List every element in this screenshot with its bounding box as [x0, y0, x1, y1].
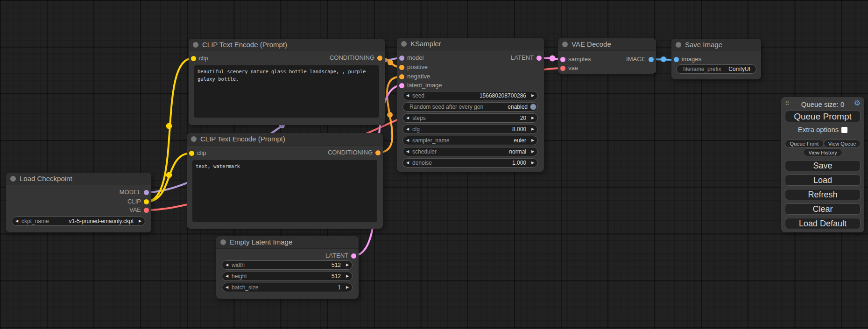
node-titlebar[interactable]: Empty Latent Image — [216, 236, 359, 249]
output-slot-conditioning: CONDITIONING — [330, 54, 385, 62]
clip-slot-dot[interactable] — [144, 199, 149, 204]
conditioning-slot-dot[interactable] — [375, 150, 381, 155]
decrement-arrow-icon[interactable]: ◀ — [403, 136, 412, 145]
node-title: CLIP Text Encode (Prompt) — [202, 41, 287, 49]
slot-label: positive — [407, 63, 428, 70]
filename-prefix-widget[interactable]: filename_prefix ComfyUI — [676, 64, 756, 74]
ckpt-name-widget[interactable]: ◀ ckpt_name v1-5-pruned-emaonly.ckpt ▶ — [12, 217, 145, 226]
slot-label: latent_image — [407, 82, 442, 89]
collapse-dot-icon[interactable] — [220, 239, 226, 245]
link-dot — [550, 56, 556, 62]
increment-arrow-icon[interactable]: ▶ — [343, 283, 352, 292]
increment-arrow-icon[interactable]: ▶ — [528, 125, 537, 133]
positive-prompt-textarea[interactable]: beautiful scenery nature glass bottle la… — [194, 65, 379, 118]
widget-label: steps — [412, 114, 426, 122]
save-button[interactable]: Save — [785, 160, 861, 171]
widget-value: 156680208700286 — [424, 91, 528, 100]
node-titlebar[interactable]: Save Image — [671, 39, 761, 51]
latent-slot-dot[interactable] — [536, 56, 542, 61]
queue-prompt-button[interactable]: Queue Prompt — [785, 111, 861, 122]
widget-label: ckpt_name — [21, 217, 49, 225]
settings-gear-icon[interactable]: ⚙ — [854, 99, 861, 107]
sampler-name-widget[interactable]: ◀ sampler_name euler ▶ — [402, 136, 538, 145]
vae-slot-dot[interactable] — [560, 66, 565, 71]
node-titlebar[interactable]: CLIP Text Encode (Prompt) — [187, 133, 383, 146]
cfg-widget[interactable]: ◀ cfg 8.000 ▶ — [402, 125, 538, 134]
latent-slot-dot[interactable] — [351, 253, 356, 259]
view-queue-button[interactable]: View Queue — [824, 140, 861, 147]
decrement-arrow-icon[interactable]: ◀ — [403, 114, 412, 122]
refresh-button[interactable]: Refresh — [785, 189, 861, 200]
decrement-arrow-icon[interactable]: ◀ — [403, 147, 412, 156]
latent-slot-dot[interactable] — [560, 57, 565, 62]
collapse-dot-icon[interactable] — [193, 42, 198, 48]
width-widget[interactable]: ◀ width 512 ▶ — [222, 260, 353, 270]
slot-label: CONDITIONING — [330, 54, 374, 61]
widget-value: 20 — [426, 114, 528, 122]
latent-slot-dot[interactable] — [399, 83, 404, 88]
collapse-dot-icon[interactable] — [191, 136, 197, 142]
node-load-checkpoint: Load Checkpoint MODEL CLIP VAE ◀ ckpt_na… — [6, 173, 151, 232]
extra-options-checkbox[interactable] — [841, 127, 847, 133]
queue-size-label: Queue size: 0 — [781, 100, 864, 108]
node-titlebar[interactable]: VAE Decode — [558, 38, 656, 51]
slot-label: IMAGE — [626, 56, 646, 63]
toggle-knob[interactable] — [530, 104, 536, 110]
collapse-dot-icon[interactable] — [676, 42, 681, 48]
conditioning-slot-dot[interactable] — [377, 56, 382, 61]
increment-arrow-icon[interactable]: ▶ — [528, 136, 537, 145]
denoise-widget[interactable]: ◀ denoise 1.000 ▶ — [402, 158, 538, 168]
batch-size-widget[interactable]: ◀ batch_size 1 ▶ — [222, 283, 353, 292]
model-slot-dot[interactable] — [144, 190, 149, 195]
node-save-image: Save Image images filename_prefix ComfyU… — [671, 39, 761, 79]
output-slot-image: IMAGE — [626, 55, 656, 63]
decrement-arrow-icon[interactable]: ◀ — [222, 272, 232, 280]
node-title: VAE Decode — [572, 40, 611, 48]
random-seed-toggle-widget[interactable]: Random seed after every gen enabled — [402, 102, 538, 112]
collapse-dot-icon[interactable] — [10, 176, 16, 182]
decrement-arrow-icon[interactable]: ◀ — [222, 261, 232, 269]
conditioning-slot-dot[interactable] — [399, 65, 404, 70]
node-clip-text-encode-positive: CLIP Text Encode (Prompt) clip CONDITION… — [189, 39, 385, 125]
input-slot-latent-image: latent_image — [397, 81, 442, 90]
node-titlebar[interactable]: CLIP Text Encode (Prompt) — [189, 39, 385, 51]
vae-slot-dot[interactable] — [144, 208, 149, 213]
decrement-arrow-icon[interactable]: ◀ — [403, 125, 412, 133]
node-titlebar[interactable]: Load Checkpoint — [6, 173, 151, 185]
image-slot-dot[interactable] — [649, 57, 654, 62]
view-history-button[interactable]: View History — [803, 148, 842, 156]
increment-arrow-icon[interactable]: ▶ — [528, 114, 537, 122]
model-slot-dot[interactable] — [399, 56, 404, 61]
increment-arrow-icon[interactable]: ▶ — [528, 159, 537, 167]
widget-label: cfg — [412, 125, 420, 133]
conditioning-slot-dot[interactable] — [399, 74, 404, 79]
decrement-arrow-icon[interactable]: ◀ — [222, 283, 232, 292]
widget-value: v1-5-pruned-emaonly.ckpt — [49, 217, 135, 225]
increment-arrow-icon[interactable]: ▶ — [528, 91, 537, 100]
decrement-arrow-icon[interactable]: ◀ — [12, 217, 21, 225]
increment-arrow-icon[interactable]: ▶ — [343, 261, 352, 269]
increment-arrow-icon[interactable]: ▶ — [135, 217, 145, 225]
scheduler-widget[interactable]: ◀ scheduler normal ▶ — [402, 147, 538, 156]
image-slot-dot[interactable] — [674, 57, 679, 62]
increment-arrow-icon[interactable]: ▶ — [343, 272, 352, 280]
decrement-arrow-icon[interactable]: ◀ — [403, 91, 412, 100]
extra-options-label: Extra options — [798, 126, 839, 133]
clear-button[interactable]: Clear — [785, 203, 861, 215]
clip-slot-dot[interactable] — [189, 151, 194, 156]
increment-arrow-icon[interactable]: ▶ — [528, 147, 537, 156]
clip-slot-dot[interactable] — [191, 56, 196, 61]
node-graph-canvas[interactable]: Load Checkpoint MODEL CLIP VAE ◀ ckpt_na… — [0, 0, 868, 329]
queue-front-button[interactable]: Queue Front — [785, 140, 824, 147]
load-button[interactable]: Load — [785, 175, 861, 186]
negative-prompt-textarea[interactable]: text, watermark — [192, 160, 377, 222]
height-widget[interactable]: ◀ height 512 ▶ — [222, 272, 353, 281]
collapse-dot-icon[interactable] — [401, 41, 407, 47]
seed-widget[interactable]: ◀ seed 156680208700286 ▶ — [402, 91, 538, 100]
collapse-dot-icon[interactable] — [562, 42, 568, 47]
steps-widget[interactable]: ◀ steps 20 ▶ — [402, 113, 538, 123]
load-default-button[interactable]: Load Default — [785, 218, 861, 229]
node-titlebar[interactable]: KSampler — [397, 38, 544, 50]
input-slot-clip: clip — [189, 54, 208, 63]
decrement-arrow-icon[interactable]: ◀ — [403, 159, 412, 167]
